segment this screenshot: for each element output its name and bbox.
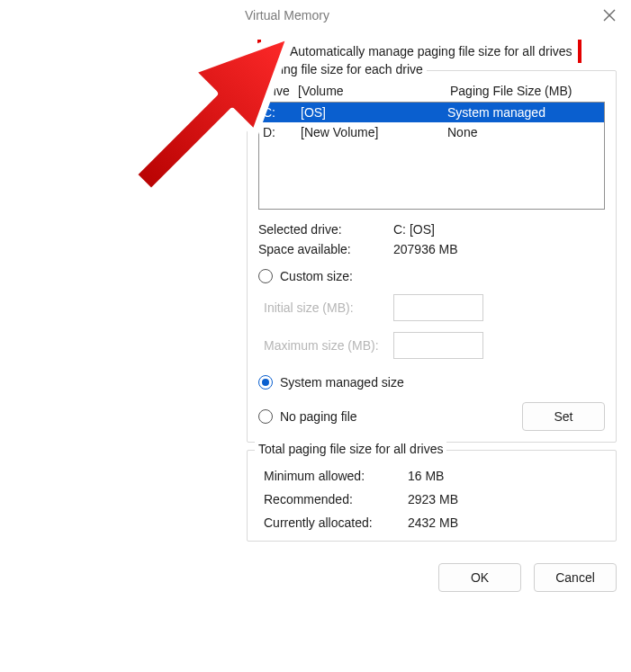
- custom-size-radio[interactable]: [258, 269, 273, 283]
- per-drive-group: Paging file size for each drive Drive [V…: [247, 70, 617, 443]
- ok-button[interactable]: OK: [438, 563, 521, 592]
- col-header-drive: Drive: [260, 84, 298, 98]
- virtual-memory-dialog: Virtual Memory Automatically manage pagi…: [232, 0, 631, 592]
- system-managed-radio[interactable]: [258, 375, 273, 390]
- space-available-value: 207936 MB: [393, 242, 458, 256]
- selected-drive-value: C: [OS]: [393, 222, 435, 237]
- drive-volume: [OS]: [301, 105, 447, 120]
- drive-row[interactable]: D:[New Volume]None: [259, 122, 604, 142]
- space-available-label: Space available:: [258, 242, 393, 256]
- auto-manage-label[interactable]: Automatically manage paging file size fo…: [290, 44, 572, 58]
- titlebar: Virtual Memory: [232, 0, 631, 31]
- currently-allocated-label: Currently allocated:: [264, 515, 408, 530]
- initial-size-input[interactable]: [393, 294, 483, 321]
- totals-legend: Total paging file size for all drives: [255, 442, 446, 456]
- selected-drive-label: Selected drive:: [258, 222, 393, 237]
- min-allowed-label: Minimum allowed:: [264, 469, 408, 483]
- custom-size-label[interactable]: Custom size:: [280, 269, 353, 283]
- system-managed-label[interactable]: System managed size: [280, 375, 404, 390]
- min-allowed-value: 16 MB: [408, 469, 444, 483]
- col-header-size: Paging File Size (MB): [450, 84, 603, 98]
- dialog-title: Virtual Memory: [245, 8, 329, 22]
- totals-group: Total paging file size for all drives Mi…: [247, 450, 617, 542]
- col-header-volume: [Volume: [298, 84, 450, 98]
- drive-list[interactable]: C:[OS]System managedD:[New Volume]None: [258, 102, 605, 210]
- cancel-button[interactable]: Cancel: [534, 563, 617, 592]
- auto-manage-row: Automatically manage paging file size fo…: [247, 40, 617, 63]
- currently-allocated-value: 2432 MB: [408, 515, 458, 530]
- per-drive-legend: Paging file size for each drive: [255, 62, 427, 76]
- auto-manage-checkbox[interactable]: [266, 43, 283, 59]
- drive-paging-size: System managed: [447, 105, 600, 120]
- bottom-button-row: OK Cancel: [232, 554, 631, 592]
- no-paging-radio[interactable]: [258, 409, 273, 424]
- drive-paging-size: None: [447, 125, 600, 139]
- recommended-label: Recommended:: [264, 492, 408, 506]
- auto-manage-highlight: Automatically manage paging file size fo…: [257, 40, 581, 63]
- drive-volume: [New Volume]: [301, 125, 447, 139]
- recommended-value: 2923 MB: [408, 492, 458, 506]
- close-button[interactable]: [588, 0, 631, 31]
- maximum-size-label: Maximum size (MB):: [258, 338, 393, 353]
- drive-letter: C:: [263, 105, 301, 120]
- drive-row[interactable]: C:[OS]System managed: [259, 103, 604, 122]
- no-paging-label[interactable]: No paging file: [280, 409, 357, 424]
- maximum-size-input[interactable]: [393, 332, 483, 359]
- drive-list-header: Drive [Volume Paging File Size (MB): [258, 80, 605, 100]
- initial-size-label: Initial size (MB):: [258, 300, 393, 315]
- set-button[interactable]: Set: [522, 402, 605, 431]
- drive-letter: D:: [263, 125, 301, 139]
